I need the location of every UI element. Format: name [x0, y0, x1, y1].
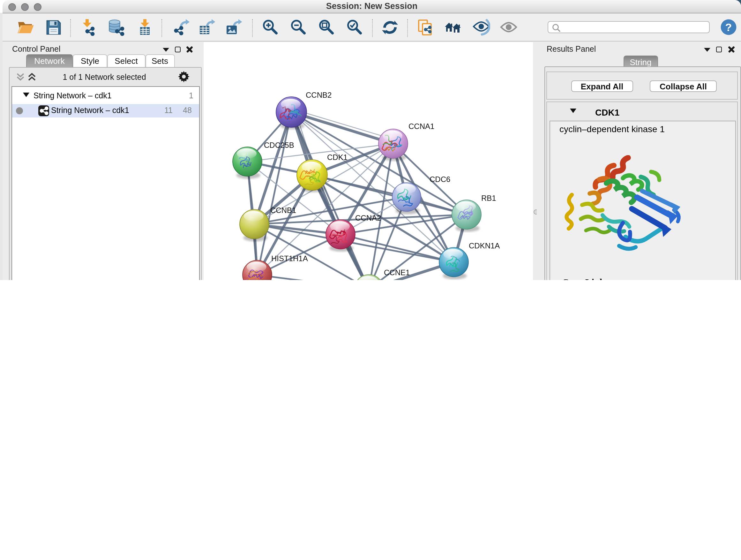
svg-text:CCNA2: CCNA2 — [355, 213, 381, 222]
svg-text:CDK1: CDK1 — [327, 152, 347, 161]
svg-text:CDC25B: CDC25B — [264, 140, 294, 149]
svg-text:CDKN1A: CDKN1A — [469, 241, 500, 250]
svg-text:CDC6: CDC6 — [429, 175, 450, 183]
svg-text:CCNA1: CCNA1 — [408, 122, 434, 130]
svg-text:RB1: RB1 — [481, 193, 496, 202]
svg-text:HIST1H1A: HIST1H1A — [271, 254, 308, 262]
svg-text:CCNB2: CCNB2 — [306, 90, 332, 99]
svg-text:CCNB1: CCNB1 — [270, 206, 296, 214]
svg-text:CCNE1: CCNE1 — [384, 268, 410, 276]
svg-text:?: ? — [725, 21, 732, 33]
